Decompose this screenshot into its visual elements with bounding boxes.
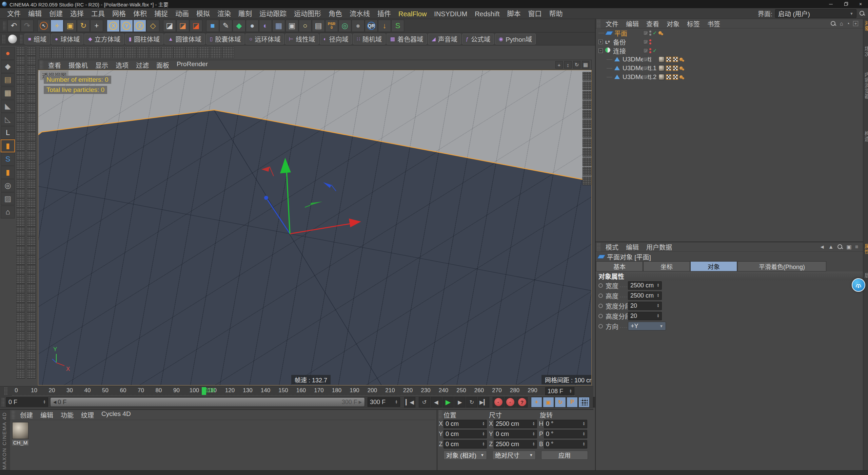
- assistant-badge[interactable]: [852, 278, 865, 292]
- viewport-menu-item-4[interactable]: 过滤: [132, 60, 153, 70]
- add-modeling-button[interactable]: ●: [246, 20, 259, 32]
- timeline-tick-0[interactable]: 0: [15, 387, 18, 394]
- timeline-tick-80[interactable]: 80: [156, 387, 162, 394]
- 高度分段-field[interactable]: 20▲▼: [628, 312, 662, 320]
- record-options-button[interactable]: ?: [516, 397, 528, 407]
- rotate-tool-button[interactable]: ↻: [77, 20, 90, 32]
- object-tags[interactable]: [658, 65, 683, 71]
- am-back-icon[interactable]: ◄: [820, 244, 825, 250]
- stepper-icon[interactable]: ▲▼: [482, 422, 485, 426]
- timeline-tick-160[interactable]: 160: [296, 387, 306, 394]
- palette-button[interactable]: [27, 218, 36, 227]
- timeline-tick-260[interactable]: 260: [474, 387, 484, 394]
- palette-button[interactable]: [27, 313, 36, 322]
- expand-toggle[interactable]: −: [598, 49, 603, 53]
- goto-prev-key-button[interactable]: ↺: [419, 397, 430, 407]
- add-generator-button[interactable]: ◆: [233, 20, 245, 32]
- palette-button[interactable]: [27, 199, 36, 208]
- position-field-Y[interactable]: 0 cm▲▼: [443, 430, 487, 438]
- material-menu-item-0[interactable]: 创建: [16, 410, 37, 419]
- maximize-button[interactable]: [838, 0, 853, 8]
- menubar-item-1[interactable]: 编辑: [24, 10, 45, 18]
- palette-button[interactable]: [27, 303, 36, 312]
- timeline-tick-40[interactable]: 40: [84, 387, 91, 394]
- palette-button[interactable]: [27, 284, 36, 293]
- timeline-tick-140[interactable]: 140: [261, 387, 270, 394]
- object-row-平面[interactable]: 平面✓: [596, 28, 863, 37]
- convert-editable-button[interactable]: ●: [1, 47, 15, 60]
- material-dot-tag[interactable]: [679, 75, 683, 79]
- timeline-tick-210[interactable]: 210: [385, 387, 395, 394]
- close-button[interactable]: ×: [853, 0, 868, 8]
- palette-button[interactable]: [88, 47, 100, 58]
- field-button-6[interactable]: ○远环体域: [245, 34, 284, 44]
- edge-tab-场次[interactable]: 场次: [863, 46, 868, 57]
- docked-palette-button[interactable]: [583, 138, 591, 147]
- viewport-solo-button[interactable]: ◎: [1, 179, 15, 192]
- interface-dropdown[interactable]: 启动 (用户)▼: [775, 9, 856, 18]
- docked-palette-button[interactable]: [583, 91, 591, 100]
- viewport-menu-item-1[interactable]: 摄像机: [65, 60, 92, 70]
- fields-grip[interactable]: [2, 35, 5, 43]
- palette-button[interactable]: [16, 294, 25, 303]
- palette-button[interactable]: [16, 208, 25, 217]
- uvw-tag[interactable]: [673, 74, 678, 80]
- uvw-tag[interactable]: [666, 65, 671, 71]
- palette-button[interactable]: [27, 142, 36, 151]
- palette-button[interactable]: [27, 341, 36, 350]
- palette-button[interactable]: [16, 56, 25, 65]
- key-scale-button[interactable]: ▣: [543, 397, 554, 407]
- home-button[interactable]: ⌂: [1, 206, 15, 218]
- tab-1[interactable]: 坐标: [643, 261, 690, 271]
- palette-button[interactable]: [113, 47, 124, 58]
- am-search-icon[interactable]: [837, 244, 843, 250]
- material-thumbnail[interactable]: [12, 422, 28, 439]
- attribute-menu-item-2[interactable]: 用户数据: [643, 242, 676, 251]
- scale-tool-button[interactable]: ▣: [64, 20, 77, 32]
- palette-button[interactable]: [16, 151, 25, 160]
- field-button-7[interactable]: ⊢线性域: [285, 34, 319, 44]
- menubar-item-2[interactable]: 创建: [45, 10, 66, 18]
- palette-button[interactable]: [27, 151, 36, 160]
- visibility-toggles[interactable]: [643, 75, 651, 80]
- palette-button[interactable]: [27, 161, 36, 170]
- 宽度分段-field[interactable]: 20▲▼: [628, 302, 662, 310]
- size-mode-dropdown[interactable]: 绝对尺寸▼: [492, 451, 536, 460]
- palette-button[interactable]: [16, 180, 25, 189]
- uvw-tag[interactable]: [673, 57, 678, 62]
- minimize-button[interactable]: [823, 0, 838, 8]
- undo-button[interactable]: ↶: [7, 20, 20, 32]
- add-spline-button[interactable]: ✎: [219, 20, 232, 32]
- material-item[interactable]: CH_M: [12, 422, 28, 445]
- render-picture-viewer-button[interactable]: ◪: [176, 20, 189, 32]
- menubar-item-8[interactable]: 动画: [172, 10, 193, 18]
- palette-button[interactable]: [16, 313, 25, 322]
- palette-button[interactable]: [198, 47, 210, 58]
- material-menu-item-4[interactable]: Cycles 4D: [98, 410, 135, 419]
- visibility-toggles[interactable]: [643, 66, 651, 71]
- stepper-icon[interactable]: ▲▼: [583, 432, 585, 436]
- gravity-button[interactable]: ↓: [378, 20, 391, 32]
- palette-button[interactable]: [16, 170, 25, 179]
- object-tags[interactable]: [658, 56, 683, 62]
- keyframe-dot-icon[interactable]: [598, 293, 603, 298]
- model-mode-button[interactable]: ◆: [1, 60, 15, 73]
- viewport-menu-grip[interactable]: [40, 60, 43, 69]
- timeline-tick-270[interactable]: 270: [492, 387, 501, 394]
- field-button-12[interactable]: ƒ公式域: [462, 34, 494, 44]
- palette-button[interactable]: [27, 322, 36, 331]
- palette-button[interactable]: [27, 246, 36, 255]
- key-rotation-button[interactable]: ↻: [555, 397, 566, 407]
- visibility-toggles[interactable]: [643, 39, 651, 44]
- snap-button[interactable]: ▨: [1, 192, 15, 205]
- lock-z-axis-button[interactable]: Z: [133, 20, 146, 32]
- timeline-tick-70[interactable]: 70: [138, 387, 144, 394]
- object-name[interactable]: 连接: [613, 46, 626, 55]
- stepper-icon[interactable]: ▲▼: [482, 442, 485, 446]
- material-menu-grip[interactable]: [12, 411, 15, 419]
- edge-tab-层[interactable]: 层: [863, 273, 868, 278]
- toolbar-grip[interactable]: [3, 21, 6, 30]
- keyframe-dot-icon[interactable]: [598, 314, 603, 318]
- lock-x-axis-button[interactable]: X: [107, 20, 120, 32]
- menubar-item-11[interactable]: 雕刻: [235, 10, 256, 18]
